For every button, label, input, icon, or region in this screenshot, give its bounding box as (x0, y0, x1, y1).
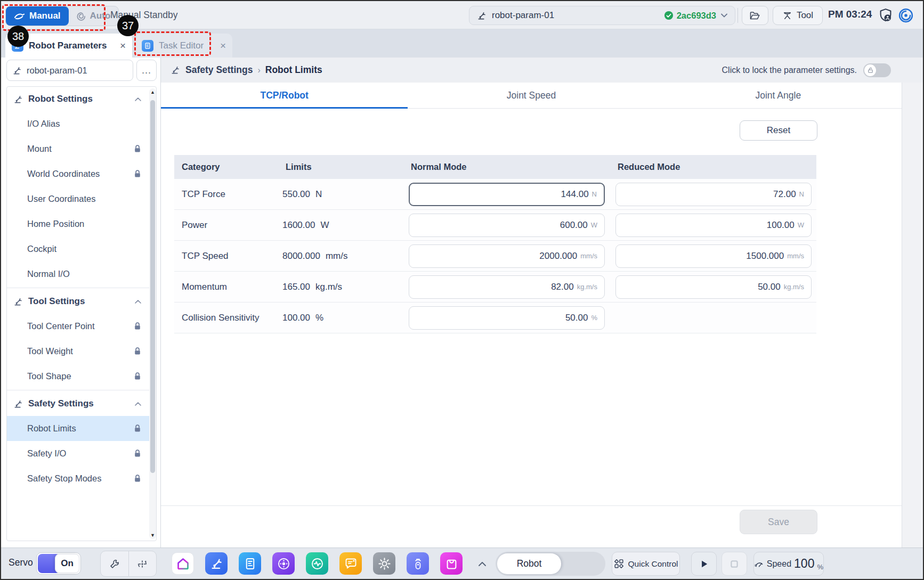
reduced-mode-input[interactable]: 100.00W (615, 214, 812, 237)
align-rotate-button[interactable] (129, 551, 157, 576)
chevron-down-icon[interactable] (721, 13, 727, 18)
annotation-badge-38: 38 (7, 26, 29, 47)
parameter-file-select[interactable]: robot-param-01 2ac693d3 (469, 6, 735, 25)
lock-icon (134, 449, 141, 458)
app-icon-robot[interactable] (205, 552, 228, 575)
app-icon-status-monitor[interactable] (306, 552, 328, 575)
reduced-mode-input[interactable]: 1500.000mm/s (615, 244, 812, 268)
app-icon-store[interactable] (440, 552, 463, 575)
scrollbar-thumb[interactable] (150, 100, 155, 473)
category-cell: Power (174, 220, 278, 231)
reduced-mode-input[interactable]: 50.00kg.m/s (615, 275, 812, 299)
stop-button[interactable] (722, 552, 747, 576)
bottom-bar: Servo On (1, 548, 923, 579)
wrench-button[interactable] (101, 551, 129, 576)
normal-mode-input[interactable]: 2000.000mm/s (409, 244, 605, 268)
reset-button[interactable]: Reset (740, 120, 817, 141)
sidebar-item-tool-center-point[interactable]: Tool Center Point (7, 314, 156, 339)
robot-icon (13, 399, 23, 409)
limits-table: Category Limits Normal Mode Reduced Mode… (174, 155, 816, 333)
body: robot-param-01 ... Robot SettingsI/O Ali… (1, 58, 923, 548)
lock-icon (134, 347, 141, 356)
limit-cell: 8000.000mm/s (278, 251, 403, 262)
speedometer-icon (754, 559, 764, 569)
open-file-button[interactable] (742, 6, 768, 25)
app-icon-message[interactable] (339, 552, 362, 575)
sidebar-scrollbar[interactable]: ▲ ▼ (149, 88, 156, 539)
reduced-mode-cell: 72.00N (610, 183, 816, 206)
app-icon-task-editor[interactable] (239, 552, 261, 575)
normal-mode-input[interactable]: 50.00% (409, 306, 605, 330)
sidebar-item-home-position[interactable]: Home Position (7, 211, 156, 236)
sidebar-param-name-field[interactable]: robot-param-01 (6, 60, 133, 81)
col-reduced-mode: Reduced Mode (610, 162, 816, 172)
tab-task-editor[interactable]: Task Editor × (135, 34, 232, 58)
table-row-power: Power1600.00W600.00W100.00W (174, 210, 816, 241)
save-button[interactable]: Save (740, 510, 817, 534)
section-safety-settings[interactable]: Safety Settings (7, 391, 156, 416)
servo-toggle[interactable]: On (36, 552, 81, 575)
more-options-button[interactable]: ... (136, 60, 157, 81)
app-icon-settings[interactable] (373, 552, 395, 575)
limit-cell: 165.00kg.m/s (278, 282, 403, 292)
category-cell: Momentum (174, 282, 278, 292)
power-spiral-icon[interactable] (898, 7, 914, 23)
app-icon-home[interactable] (172, 552, 194, 575)
sidebar-item-world-coordinates[interactable]: World Coordinates (7, 161, 156, 186)
tab-joint-angle[interactable]: Joint Angle (655, 83, 902, 108)
close-tab-icon[interactable]: × (120, 40, 126, 51)
sidebar-item-mount[interactable]: Mount (7, 136, 156, 161)
lock-hint-text: Click to lock the parameter settings. (722, 66, 857, 75)
sidebar-item-safety-i-o[interactable]: Safety I/O (7, 441, 156, 466)
sidebar-item-tool-weight[interactable]: Tool Weight (7, 339, 156, 364)
app-window: Manual Auto Manual Standby robot-param-0… (0, 0, 924, 580)
robot-sim-toggle[interactable]: Robot (496, 552, 605, 576)
normal-mode-input[interactable]: 82.00kg.m/s (409, 275, 605, 299)
sidebar-item-tool-shape[interactable]: Tool Shape (7, 364, 156, 389)
sidebar-item-i-o-alias[interactable]: I/O Alias (7, 111, 156, 136)
normal-mode-input[interactable]: 144.00N (409, 183, 605, 206)
check-icon (664, 11, 674, 20)
section-robot-settings[interactable]: Robot Settings (7, 87, 156, 111)
normal-mode-cell: 2000.000mm/s (403, 244, 610, 268)
speed-button[interactable]: Speed 100 % (753, 552, 824, 576)
app-icon-jog[interactable] (272, 552, 295, 575)
reduced-mode-input[interactable]: 72.00N (615, 183, 812, 206)
tab-tcp-robot[interactable]: TCP/Robot (161, 83, 408, 108)
lock-icon (134, 169, 141, 178)
clock: PM 03:24 (828, 9, 872, 20)
sidebar-item-robot-limits[interactable]: Robot Limits (7, 416, 156, 441)
app-icon-remote-control[interactable] (407, 552, 429, 575)
manual-mode-button[interactable]: Manual (6, 6, 69, 26)
category-cell: TCP Speed (174, 251, 278, 262)
sidebar-item-normal-i-o[interactable]: Normal I/O (7, 262, 156, 287)
collapse-dock-button[interactable] (474, 558, 490, 570)
auto-label: Auto (90, 11, 111, 21)
tool-button[interactable]: Tool (773, 6, 823, 25)
table-row-collision-sensitivity: Collision Sensitivity100.00%50.00% (174, 303, 816, 333)
top-bar: Manual Auto Manual Standby robot-param-0… (1, 1, 923, 29)
lock-icon (134, 372, 141, 381)
breadcrumb-parent[interactable]: Safety Settings (185, 64, 253, 76)
scroll-up-icon[interactable]: ▲ (149, 89, 156, 95)
close-tab-icon[interactable]: × (220, 40, 226, 51)
normal-mode-input[interactable]: 600.00W (409, 214, 605, 237)
sidebar-item-cockpit[interactable]: Cockpit (7, 236, 156, 262)
lock-icon (134, 322, 141, 331)
robot-icon (13, 94, 23, 104)
sidebar-item-safety-stop-modes[interactable]: Safety Stop Modes (7, 466, 156, 491)
scroll-down-icon[interactable]: ▼ (149, 533, 156, 538)
quick-control-button[interactable]: Quick Control (612, 552, 680, 576)
parameter-file-name: robot-param-01 (492, 10, 554, 21)
auto-icon (77, 12, 86, 21)
play-button[interactable] (691, 552, 717, 576)
tab-joint-speed[interactable]: Joint Speed (408, 83, 654, 108)
section-tool-settings[interactable]: Tool Settings (7, 289, 156, 314)
main-panel: Safety Settings › Robot Limits Click to … (161, 58, 923, 548)
normal-mode-cell: 144.00N (403, 183, 610, 206)
parameter-lock-toggle[interactable] (863, 63, 891, 77)
sidebar-item-user-coordinates[interactable]: User Coordinates (7, 186, 156, 211)
shield-user-icon[interactable] (878, 7, 894, 23)
document-tab-bar: Robot Parameters × Task Editor × (1, 29, 923, 58)
normal-mode-cell: 600.00W (403, 214, 610, 237)
